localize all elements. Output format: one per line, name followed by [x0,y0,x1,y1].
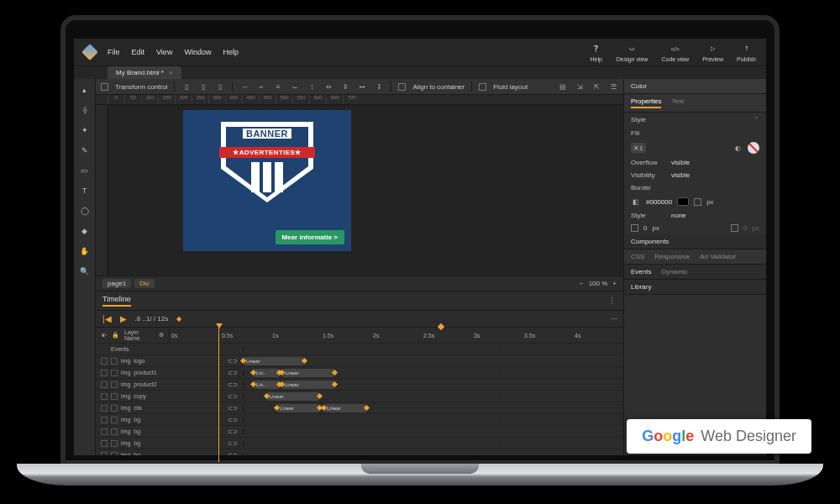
lock-toggle[interactable] [111,417,118,423]
timeline-row[interactable]: imgproduct2⊂⊃Lin..Linear [96,378,623,390]
no-fill-icon[interactable] [748,142,759,154]
fill-count[interactable]: ✕ 1 [631,143,646,153]
radius-box-2[interactable] [731,224,738,232]
animation-clip[interactable]: Linear [282,369,334,377]
zoom-out-button[interactable]: − [580,280,584,287]
lock-toggle[interactable] [111,440,118,447]
text-tab[interactable]: Text [671,97,684,108]
align-middle-icon[interactable]: ≡ [273,81,283,92]
scrub-handle-icon[interactable]: ◆ [176,315,181,323]
lock-toggle[interactable] [111,358,118,365]
border-swatch[interactable] [677,197,689,206]
visibility-toggle[interactable] [101,381,108,388]
overflow-value[interactable]: visible [671,159,690,166]
timeline-menu-icon[interactable]: ⋮ [608,297,617,305]
align-container-checkbox[interactable] [398,83,406,91]
animation-clip[interactable]: Linear [282,381,334,389]
radius-box[interactable] [631,224,638,232]
fluid-checkbox[interactable] [479,83,486,91]
playhead[interactable] [218,328,219,462]
timeline-row[interactable]: imglogo⊂⊃Linear [96,354,623,366]
lock-toggle[interactable] [111,405,118,412]
align-bottom-icon[interactable]: ⌙ [290,81,300,92]
design-view-button[interactable]: ▭Design view [617,42,648,62]
animation-clip[interactable]: Linear [244,357,304,365]
responsive-icon[interactable]: ▤ [558,81,568,92]
collapse-icon[interactable]: ⌃ [753,116,759,123]
validator-tab[interactable]: Ad Validator [700,253,736,260]
lock-toggle[interactable] [111,381,118,388]
border-style-value[interactable]: none [671,212,686,219]
dynamic-header[interactable]: Dynamic [661,268,687,276]
link-icon[interactable]: ⊂⊃ [228,417,238,423]
components-header[interactable]: Components [624,234,766,249]
help-button[interactable]: ❔Help [590,42,603,62]
text-tool-icon[interactable]: T [79,185,91,197]
timeline-row[interactable]: imgbg⊂⊃ [96,449,623,455]
visibility-toggle[interactable] [101,428,108,435]
animation-clip[interactable]: Linear [267,392,319,401]
zoom-in-button[interactable]: + [612,280,617,287]
border-color-value[interactable]: #000000 [646,198,672,206]
spacing-h-icon[interactable]: ⇔ [323,81,333,92]
timeline-row[interactable]: imgbg⊂⊃ [96,425,623,437]
document-tab[interactable]: My Brand.html * × [108,66,181,79]
animation-clip[interactable]: Lin.. [254,369,279,377]
align-left-icon[interactable]: ▯ [181,81,192,92]
border-side-icon[interactable]: ◧ [631,197,641,207]
align-top-icon[interactable]: ⌐ [256,81,266,92]
timeline-row[interactable]: imgcopy⊂⊃Linear [96,390,623,402]
transform-checkbox[interactable] [101,83,108,91]
settings-icon[interactable]: ☰ [608,81,618,92]
tag-tool-icon[interactable]: ▭ [79,165,91,176]
import-icon[interactable]: ⇲ [575,81,585,92]
code-view-button[interactable]: </>Code view [661,42,689,62]
lock-toggle[interactable] [111,428,118,435]
border-width-box[interactable] [694,198,701,206]
cta-button[interactable]: Meer informatie > [276,230,344,244]
stage[interactable]: BANNER ★ADVERTENTIES★ Meer informatie > [108,105,623,276]
ad-canvas[interactable]: BANNER ★ADVERTENTIES★ Meer informatie > [183,110,351,251]
animation-clip[interactable]: Linear [324,404,366,412]
timeline-row[interactable]: imgcta⊂⊃LinearLinear [96,402,623,413]
link-icon[interactable]: ⊂⊃ [228,440,238,447]
breadcrumb-element[interactable]: Div [134,279,155,288]
distribute-h-icon[interactable]: ↔ [239,81,249,92]
link-icon[interactable]: ⊂⊃ [228,452,238,456]
visibility-toggle[interactable] [101,358,108,365]
close-tab-icon[interactable]: × [169,69,173,76]
play-button[interactable]: ▶ [120,314,127,323]
properties-tab[interactable]: Properties [631,97,661,108]
visibility-toggle[interactable] [101,405,108,412]
timeline-options-icon[interactable]: ⋯ [611,315,617,323]
menu-edit[interactable]: Edit [132,48,145,56]
rewind-button[interactable]: |◀ [102,314,112,323]
visibility-toggle[interactable] [101,393,108,400]
publish-button[interactable]: ⤒Publish [737,42,756,62]
css-tab[interactable]: CSS [631,253,644,260]
menu-view[interactable]: View [156,48,172,56]
visibility-toggle[interactable] [101,452,108,456]
lock-toggle[interactable] [111,393,118,400]
link-icon[interactable]: ⊂⊃ [228,358,238,365]
animation-clip[interactable]: Linear [277,404,319,412]
menu-file[interactable]: File [108,48,120,56]
events-header[interactable]: Events [631,268,651,276]
timeline-row[interactable]: imgproduct1⊂⊃Lin..Linear [96,366,623,378]
timeline-row[interactable]: imgbg⊂⊃ [96,437,623,449]
color-header[interactable]: Color [624,79,766,94]
hand-tool-icon[interactable]: ✋ [79,245,91,257]
gear-header-icon[interactable]: ⚙ [159,332,164,339]
link-icon[interactable]: ⊂⊃ [228,428,238,435]
align-right-icon[interactable]: ▯ [215,81,225,92]
breadcrumb-page[interactable]: page1 [102,279,131,288]
distribute-v-icon[interactable]: ↕ [307,81,317,92]
align-center-icon[interactable]: ▯ [198,81,208,92]
selection-tool-icon[interactable]: ▴ [79,84,91,96]
visibility-toggle[interactable] [101,417,108,423]
animation-clip[interactable]: Lin.. [254,381,279,389]
export-icon[interactable]: ⇱ [591,81,601,92]
visibility-toggle[interactable] [101,440,108,447]
link-icon[interactable]: ⊂⊃ [228,381,238,388]
timeline-row[interactable]: imgbg⊂⊃ [96,413,623,425]
